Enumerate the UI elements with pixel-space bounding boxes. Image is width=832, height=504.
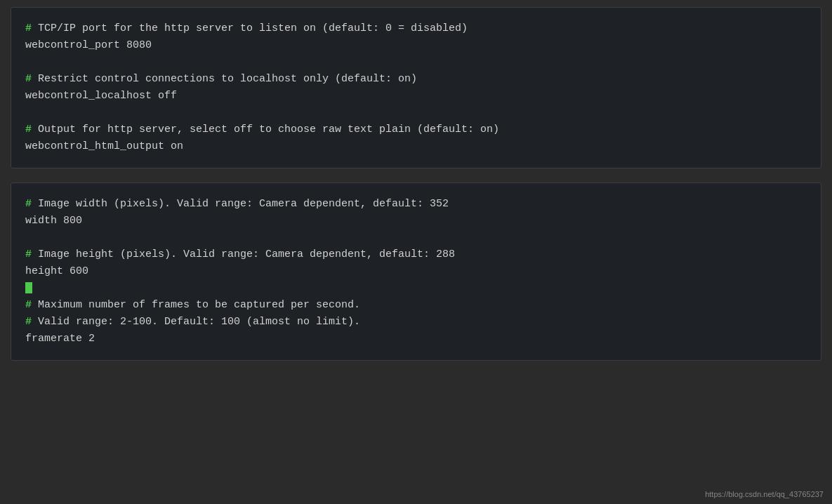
watermark: https://blog.csdn.net/qq_43765237 (705, 490, 824, 498)
line-2-1: # Image width (pixels). Valid range: Cam… (25, 196, 807, 213)
empty-line-1-2 (25, 105, 807, 121)
setting-2-1: width 800 (25, 213, 807, 230)
code-block-2: # Image width (pixels). Valid range: Cam… (11, 183, 821, 361)
hash-icon-6: # (25, 299, 32, 311)
line-1-1: # TCP/IP port for the http server to lis… (25, 20, 807, 37)
empty-line-1-1 (25, 54, 807, 71)
comment-2-1: Image width (pixels). Valid range: Camer… (32, 198, 449, 210)
setting-1-2: webcontrol_localhost off (25, 88, 807, 105)
cursor-line (25, 280, 807, 297)
text-cursor (25, 282, 32, 293)
line-1-2: # Restrict control connections to localh… (25, 71, 807, 88)
hash-icon-2: # (25, 73, 32, 85)
hash-icon-1: # (25, 22, 32, 34)
line-1-3: # Output for http server, select off to … (25, 121, 807, 138)
comment-2-3: Maximum number of frames to be captured … (32, 299, 360, 311)
comment-1-2: Restrict control connections to localhos… (32, 73, 417, 85)
page-container: # TCP/IP port for the http server to lis… (0, 0, 832, 504)
comment-1-1: TCP/IP port for the http server to liste… (32, 22, 468, 34)
line-2-3: # Maximum number of frames to be capture… (25, 297, 807, 314)
hash-icon-7: # (25, 316, 32, 328)
hash-icon-3: # (25, 124, 32, 135)
setting-2-2: height 600 (25, 263, 807, 280)
hash-icon-4: # (25, 198, 32, 210)
line-2-2: # Image height (pixels). Valid range: Ca… (25, 246, 807, 263)
setting-2-3: framerate 2 (25, 331, 807, 347)
code-block-1: # TCP/IP port for the http server to lis… (11, 7, 821, 168)
line-2-4: # Valid range: 2-100. Default: 100 (almo… (25, 314, 807, 331)
empty-line-2-1 (25, 230, 807, 246)
setting-1-3: webcontrol_html_output on (25, 138, 807, 155)
comment-2-4: Valid range: 2-100. Default: 100 (almost… (32, 316, 360, 328)
comment-1-3: Output for http server, select off to ch… (32, 124, 499, 135)
comment-2-2: Image height (pixels). Valid range: Came… (32, 248, 455, 260)
setting-1-1: webcontrol_port 8080 (25, 37, 807, 54)
hash-icon-5: # (25, 248, 32, 260)
